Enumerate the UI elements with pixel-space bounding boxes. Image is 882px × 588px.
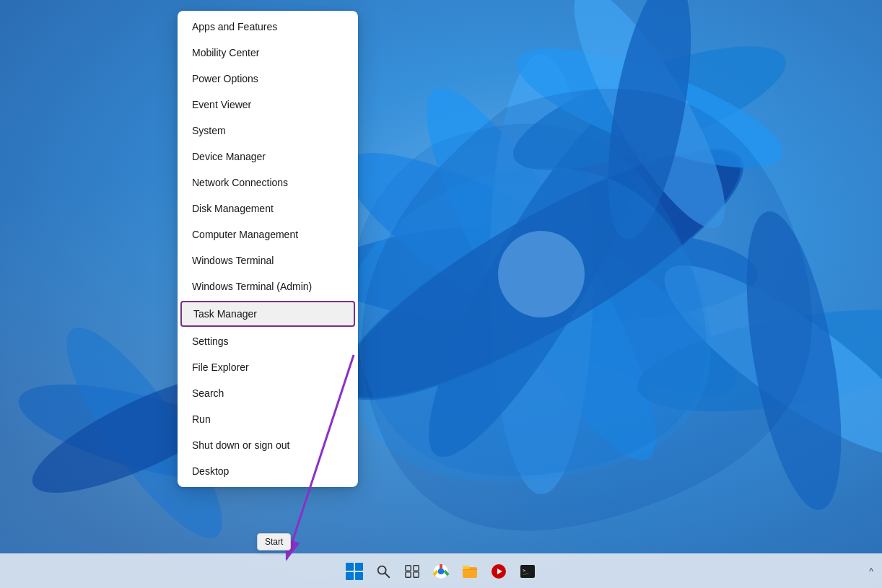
- windows-logo-icon: [344, 561, 364, 582]
- taskbar-icon-chrome[interactable]: [428, 558, 454, 584]
- menu-item-system[interactable]: System: [178, 118, 358, 144]
- start-tooltip: Start: [257, 533, 291, 550]
- desktop-background: [0, 0, 882, 588]
- menu-item-windows-terminal[interactable]: Windows Terminal: [178, 247, 358, 273]
- menu-item-file-explorer[interactable]: File Explorer: [178, 354, 358, 380]
- context-menu: Apps and FeaturesMobility CenterPower Op…: [178, 11, 358, 487]
- taskbar-chevron[interactable]: ^: [869, 566, 873, 576]
- svg-point-34: [438, 569, 444, 574]
- menu-item-mobility-center[interactable]: Mobility Center: [178, 40, 358, 66]
- media-player-icon: [490, 563, 507, 580]
- svg-text:>_: >_: [523, 568, 529, 574]
- terminal-icon: _ >_: [519, 563, 536, 580]
- taskbar-icon-start[interactable]: [341, 558, 367, 584]
- svg-point-26: [378, 566, 386, 574]
- svg-rect-23: [355, 563, 363, 571]
- menu-item-windows-terminal-admin[interactable]: Windows Terminal (Admin): [178, 273, 358, 299]
- taskbar-center: _ >_: [341, 558, 541, 584]
- task-view-icon: [404, 563, 420, 579]
- taskbar-icon-terminal[interactable]: _ >_: [515, 558, 541, 584]
- svg-rect-29: [414, 565, 419, 570]
- menu-item-power-options[interactable]: Power Options: [178, 66, 358, 92]
- svg-rect-31: [414, 571, 419, 576]
- taskbar-right: ^: [869, 554, 873, 588]
- taskbar-icon-search[interactable]: [370, 558, 396, 584]
- file-explorer-icon: [461, 563, 479, 580]
- menu-item-disk-management[interactable]: Disk Management: [178, 196, 358, 221]
- taskbar-icon-media-player[interactable]: [486, 558, 512, 584]
- menu-item-computer-management[interactable]: Computer Management: [178, 221, 358, 247]
- menu-item-network-connections[interactable]: Network Connections: [178, 170, 358, 196]
- svg-rect-22: [346, 563, 354, 571]
- taskbar-icon-task-view[interactable]: [399, 558, 425, 584]
- taskbar-icon-file-explorer[interactable]: [457, 558, 483, 584]
- svg-rect-25: [355, 572, 363, 580]
- svg-rect-30: [406, 571, 411, 576]
- svg-rect-24: [346, 572, 354, 580]
- menu-item-search[interactable]: Search: [178, 380, 358, 406]
- wallpaper-svg: [0, 0, 882, 588]
- svg-rect-36: [463, 566, 469, 569]
- menu-item-desktop[interactable]: Desktop: [178, 458, 358, 484]
- taskbar: _ >_ ^: [0, 553, 882, 588]
- svg-rect-28: [406, 565, 411, 570]
- menu-item-shut-down[interactable]: Shut down or sign out: [178, 432, 358, 458]
- menu-item-event-viewer[interactable]: Event Viewer: [178, 92, 358, 118]
- svg-point-19: [498, 231, 585, 317]
- chrome-icon: [432, 563, 450, 580]
- svg-line-27: [385, 573, 390, 577]
- search-icon: [375, 563, 391, 579]
- menu-item-settings[interactable]: Settings: [178, 328, 358, 354]
- menu-item-apps-features[interactable]: Apps and Features: [178, 14, 358, 40]
- menu-item-device-manager[interactable]: Device Manager: [178, 144, 358, 170]
- menu-item-run[interactable]: Run: [178, 406, 358, 432]
- menu-item-task-manager[interactable]: Task Manager: [180, 301, 355, 327]
